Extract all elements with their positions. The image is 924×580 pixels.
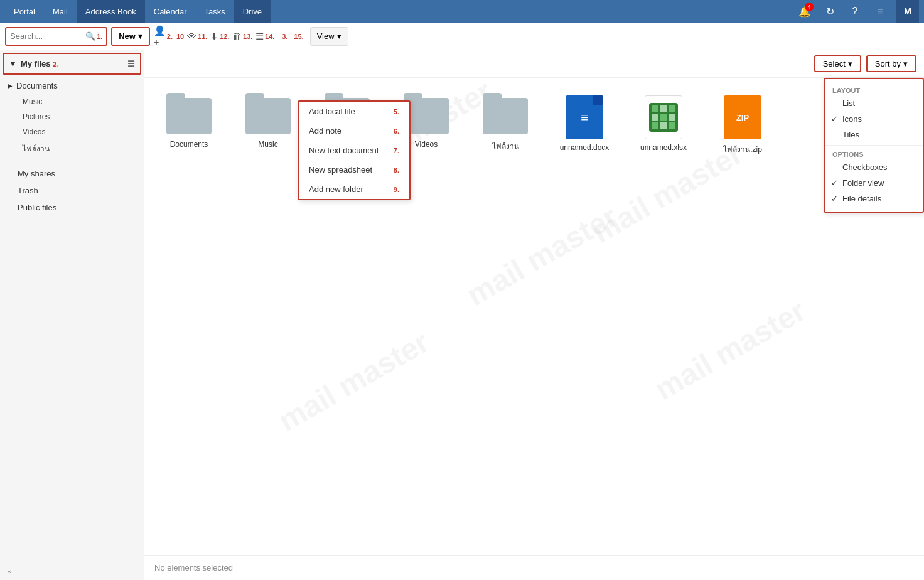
add-local-num: 5.: [394, 108, 399, 115]
sidebar-item-documents[interactable]: ▶ Documents: [0, 77, 144, 94]
user-add-icon[interactable]: 👤+ 2.: [154, 27, 173, 46]
sidebar-item-files[interactable]: ไฟล์งาน: [0, 139, 144, 158]
view-option-icons[interactable]: Icons: [825, 111, 923, 127]
layout-section-label: Layout: [825, 84, 923, 95]
sort-by-arrow: ▾: [903, 59, 908, 68]
folder-arrow: ▶: [8, 82, 13, 89]
add-note-label: Add note: [309, 126, 341, 136]
new-label: New: [119, 31, 136, 41]
view-arrow: ▾: [337, 31, 341, 41]
new-text-doc-num: 7.: [394, 147, 399, 154]
sidebar-item-public-files[interactable]: Public files: [0, 199, 144, 216]
search-box[interactable]: 🔍 1.: [5, 27, 107, 46]
folder-icon: [164, 95, 214, 136]
dropdown-add-new-folder[interactable]: Add new folder 9.: [299, 180, 409, 199]
eye-icon[interactable]: 👁 11.: [188, 27, 207, 46]
doc-file-icon: ≡: [566, 95, 603, 139]
content-area: Add local file 5. Add note 6. New text d…: [144, 50, 924, 580]
file-item-music[interactable]: Music: [234, 90, 303, 160]
sidebar-number: 2.: [53, 60, 59, 68]
folder-icon: [243, 95, 293, 136]
view-panel-divider: [825, 145, 923, 146]
select-arrow: ▾: [848, 59, 852, 68]
file-name: ไฟล์งาน.zip: [723, 143, 762, 155]
nav-drive[interactable]: Drive: [234, 0, 271, 23]
menu-icon[interactable]: ≡: [871, 3, 889, 20]
my-files-label: My files: [21, 59, 51, 68]
new-spreadsheet-label: New spreadsheet: [309, 165, 372, 175]
trash-icon[interactable]: 🗑 13.: [233, 27, 252, 46]
file-item-zip[interactable]: ZIP ไฟล์งาน.zip: [708, 90, 777, 160]
options-section-label: Options: [825, 148, 923, 159]
sidebar: ▼ My files 2. ☰ ▶ Documents Music Pictur…: [0, 50, 144, 580]
xlsx-file-icon: [645, 95, 682, 139]
file-name: unnamed.xlsx: [640, 143, 687, 152]
new-button[interactable]: New ▾: [111, 27, 150, 46]
sidebar-item-trash[interactable]: Trash: [0, 182, 144, 199]
new-spreadsheet-num: 8.: [394, 166, 399, 174]
sidebar-item-pictures[interactable]: Pictures: [0, 109, 144, 124]
new-dropdown: Add local file 5. Add note 6. New text d…: [298, 100, 411, 200]
collapse-arrow[interactable]: ▼: [9, 59, 17, 68]
add-note-num: 6.: [394, 127, 399, 135]
download-icon[interactable]: ⬇ 12.: [210, 27, 229, 46]
help-icon[interactable]: ?: [846, 3, 864, 20]
dropdown-add-note[interactable]: Add note 6.: [299, 121, 409, 141]
sidebar-item-videos[interactable]: Videos: [0, 124, 144, 139]
view-panel: Layout List Icons Tiles Options Checkbox…: [824, 78, 924, 213]
view-option-checkboxes[interactable]: Checkboxes: [825, 159, 923, 175]
nav-tasks[interactable]: Tasks: [196, 0, 234, 23]
sort-by-label: Sort by: [875, 59, 901, 68]
top-navigation: Portal Mail Address Book Calendar Tasks …: [0, 0, 924, 23]
folder-icon: [480, 95, 530, 136]
nav-portal[interactable]: Portal: [5, 0, 44, 23]
file-item-docx[interactable]: ≡ unnamed.docx: [550, 90, 619, 160]
select-button[interactable]: Select ▾: [814, 55, 861, 72]
view-option-list[interactable]: List: [825, 95, 923, 111]
num3: 3.: [282, 33, 287, 40]
logo: M: [896, 0, 919, 23]
num15: 15.: [294, 33, 303, 40]
file-item-documents[interactable]: Documents: [154, 90, 223, 160]
dropdown-new-spreadsheet[interactable]: New spreadsheet 8.: [299, 160, 409, 180]
my-files-header[interactable]: ▼ My files 2. ☰: [3, 53, 141, 75]
file-name: ไฟล์งาน: [492, 140, 519, 152]
file-grid: Documents Music ไฟล์งาน Vi: [144, 78, 924, 555]
select-label: Select: [823, 59, 846, 68]
content-toolbar: Select ▾ Sort by ▾: [144, 50, 924, 78]
view-option-folder-view[interactable]: Folder view: [825, 175, 923, 191]
sidebar-collapse-btn[interactable]: «: [0, 562, 144, 580]
refresh-icon[interactable]: ↻: [821, 3, 839, 20]
search-number: 1.: [97, 33, 102, 40]
file-name: unnamed.docx: [560, 143, 610, 152]
add-new-folder-label: Add new folder: [309, 185, 363, 194]
add-new-folder-num: 9.: [394, 186, 399, 193]
nav-address-book[interactable]: Address Book: [77, 0, 145, 23]
nav-calendar[interactable]: Calendar: [145, 0, 196, 23]
search-input[interactable]: [10, 31, 85, 41]
notification-icon[interactable]: 🔔 4: [796, 3, 814, 20]
sidebar-menu-icon[interactable]: ☰: [127, 59, 135, 68]
zip-file-icon: ZIP: [724, 95, 761, 139]
sidebar-item-my-shares[interactable]: My shares: [0, 165, 144, 182]
nav-mail[interactable]: Mail: [44, 0, 77, 23]
add-local-file-label: Add local file: [309, 107, 355, 116]
new-text-doc-label: New text document: [309, 146, 379, 155]
view-label: View: [317, 31, 335, 41]
search-icon: 🔍: [85, 31, 95, 41]
sort-by-button[interactable]: Sort by ▾: [866, 55, 916, 72]
view-button[interactable]: View ▾: [310, 27, 348, 46]
no-selection-text: No elements selected: [144, 555, 924, 580]
view-option-tiles[interactable]: Tiles: [825, 127, 923, 142]
main-layout: ▼ My files 2. ☰ ▶ Documents Music Pictur…: [0, 50, 924, 580]
dropdown-add-local-file[interactable]: Add local file 5.: [299, 102, 409, 121]
file-item-thai2[interactable]: ไฟล์งาน: [471, 90, 540, 160]
num10: 10: [176, 33, 184, 40]
toolbar: 🔍 1. New ▾ 👤+ 2. 10 👁 11. ⬇ 12. 🗑 13. ☰ …: [0, 23, 924, 50]
dropdown-new-text-doc[interactable]: New text document 7.: [299, 141, 409, 160]
view-option-file-details[interactable]: File details: [825, 191, 923, 207]
new-dropdown-arrow: ▾: [138, 31, 142, 41]
list-icon[interactable]: ☰ 14.: [255, 27, 274, 46]
sidebar-item-music[interactable]: Music: [0, 94, 144, 109]
file-item-xlsx[interactable]: unnamed.xlsx: [629, 90, 698, 160]
